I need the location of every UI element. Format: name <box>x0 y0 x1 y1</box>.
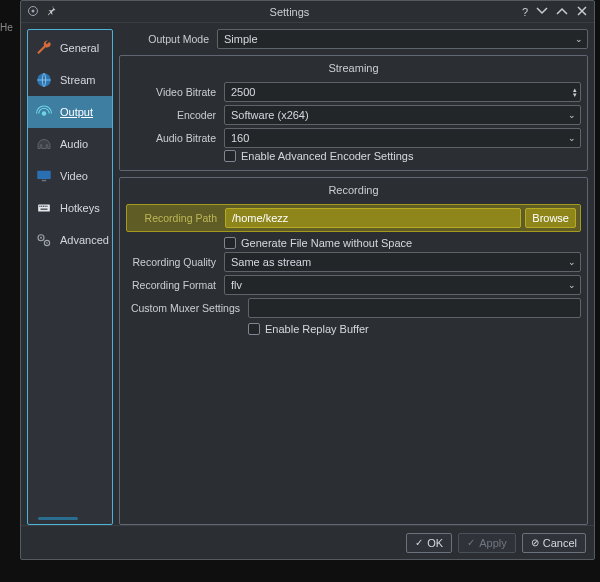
settings-window: Settings ? General Stream Output <box>20 0 595 560</box>
chevron-down-icon: ⌄ <box>575 34 583 44</box>
cancel-label: Cancel <box>543 537 577 549</box>
svg-rect-8 <box>41 206 42 207</box>
sidebar-item-label: Video <box>60 170 88 182</box>
spinner-icon: ▴▾ <box>573 87 577 97</box>
svg-rect-10 <box>45 206 46 207</box>
chevron-down-icon: ⌄ <box>568 110 576 120</box>
recording-quality-value: Same as stream <box>231 256 311 268</box>
background-app-fragment: He <box>0 22 18 32</box>
recording-quality-select[interactable]: Same as stream ⌄ <box>224 252 581 272</box>
encoder-value: Software (x264) <box>231 109 309 121</box>
replay-buffer-label: Enable Replay Buffer <box>265 323 369 335</box>
sidebar-item-stream[interactable]: Stream <box>28 64 112 96</box>
sidebar-item-label: General <box>60 42 99 54</box>
wrench-icon <box>34 38 54 58</box>
help-icon[interactable]: ? <box>522 6 528 18</box>
encoder-label: Encoder <box>126 109 220 121</box>
chevron-down-icon: ⌄ <box>568 280 576 290</box>
recording-quality-label: Recording Quality <box>126 256 220 268</box>
filename-no-space-checkbox[interactable] <box>224 237 236 249</box>
ok-button[interactable]: ✓ OK <box>406 533 452 553</box>
pin-icon[interactable] <box>45 5 57 19</box>
svg-rect-5 <box>42 180 47 182</box>
monitor-icon <box>34 166 54 186</box>
recording-panel: Recording Recording Path /home/kezz Brow… <box>119 177 588 525</box>
filename-no-space-label: Generate File Name without Space <box>241 237 412 249</box>
app-icon <box>27 5 39 19</box>
sidebar-scrollbar[interactable] <box>38 517 78 520</box>
sidebar-item-label: Output <box>60 106 93 118</box>
recording-format-select[interactable]: flv ⌄ <box>224 275 581 295</box>
svg-point-15 <box>40 237 42 239</box>
sidebar-item-audio[interactable]: Audio <box>28 128 112 160</box>
svg-rect-12 <box>41 209 48 210</box>
recording-format-value: flv <box>231 279 242 291</box>
window-title: Settings <box>57 6 522 18</box>
settings-sidebar: General Stream Output Audio Video Hotkey… <box>27 29 113 525</box>
chevron-down-icon: ⌄ <box>568 257 576 267</box>
chevron-down-icon: ⌄ <box>568 133 576 143</box>
keyboard-icon <box>34 198 54 218</box>
settings-main: Output Mode Simple ⌄ Streaming Video Bit… <box>119 29 588 525</box>
broadcast-icon <box>34 102 54 122</box>
recording-format-label: Recording Format <box>126 279 220 291</box>
svg-rect-6 <box>38 205 50 212</box>
gears-icon <box>34 230 54 250</box>
audio-bitrate-select[interactable]: 160 ⌄ <box>224 128 581 148</box>
check-icon: ✓ <box>415 537 423 548</box>
sidebar-item-label: Stream <box>60 74 95 86</box>
streaming-panel: Streaming Video Bitrate 2500 ▴▾ Encoder … <box>119 55 588 171</box>
streaming-title: Streaming <box>126 62 581 74</box>
sidebar-item-hotkeys[interactable]: Hotkeys <box>28 192 112 224</box>
svg-point-3 <box>42 111 47 116</box>
video-bitrate-label: Video Bitrate <box>126 86 220 98</box>
sidebar-item-label: Hotkeys <box>60 202 100 214</box>
svg-rect-9 <box>43 206 44 207</box>
advanced-encoder-checkbox[interactable] <box>224 150 236 162</box>
cancel-x-icon: ⊘ <box>531 537 539 548</box>
encoder-select[interactable]: Software (x264) ⌄ <box>224 105 581 125</box>
minimize-icon[interactable] <box>536 5 548 19</box>
recording-path-input[interactable]: /home/kezz <box>225 208 521 228</box>
muxer-input[interactable] <box>248 298 581 318</box>
svg-rect-7 <box>39 206 40 207</box>
svg-rect-4 <box>37 171 51 179</box>
titlebar: Settings ? <box>21 1 594 23</box>
close-icon[interactable] <box>576 5 588 19</box>
check-icon: ✓ <box>467 537 475 548</box>
ok-label: OK <box>427 537 443 549</box>
sidebar-item-general[interactable]: General <box>28 32 112 64</box>
recording-path-label: Recording Path <box>127 212 221 224</box>
browse-button[interactable]: Browse <box>525 208 576 228</box>
recording-title: Recording <box>126 184 581 196</box>
headphones-icon <box>34 134 54 154</box>
svg-point-1 <box>32 9 35 12</box>
sidebar-item-output[interactable]: Output <box>28 96 112 128</box>
svg-point-16 <box>46 242 48 244</box>
dialog-footer: ✓ OK ✓ Apply ⊘ Cancel <box>21 525 594 559</box>
output-mode-select[interactable]: Simple ⌄ <box>217 29 588 49</box>
video-bitrate-input[interactable]: 2500 ▴▾ <box>224 82 581 102</box>
apply-label: Apply <box>479 537 507 549</box>
globe-icon <box>34 70 54 90</box>
svg-rect-11 <box>46 206 47 207</box>
sidebar-item-label: Audio <box>60 138 88 150</box>
sidebar-item-label: Advanced <box>60 234 109 246</box>
sidebar-item-video[interactable]: Video <box>28 160 112 192</box>
audio-bitrate-label: Audio Bitrate <box>126 132 220 144</box>
cancel-button[interactable]: ⊘ Cancel <box>522 533 586 553</box>
maximize-icon[interactable] <box>556 5 568 19</box>
output-mode-value: Simple <box>224 33 258 45</box>
apply-button[interactable]: ✓ Apply <box>458 533 516 553</box>
output-mode-label: Output Mode <box>119 33 213 45</box>
audio-bitrate-value: 160 <box>231 132 249 144</box>
replay-buffer-checkbox[interactable] <box>248 323 260 335</box>
muxer-label: Custom Muxer Settings <box>126 302 244 314</box>
recording-path-row: Recording Path /home/kezz Browse <box>126 204 581 232</box>
advanced-encoder-label: Enable Advanced Encoder Settings <box>241 150 413 162</box>
recording-path-value: /home/kezz <box>232 212 288 224</box>
sidebar-item-advanced[interactable]: Advanced <box>28 224 112 256</box>
video-bitrate-value: 2500 <box>231 86 255 98</box>
